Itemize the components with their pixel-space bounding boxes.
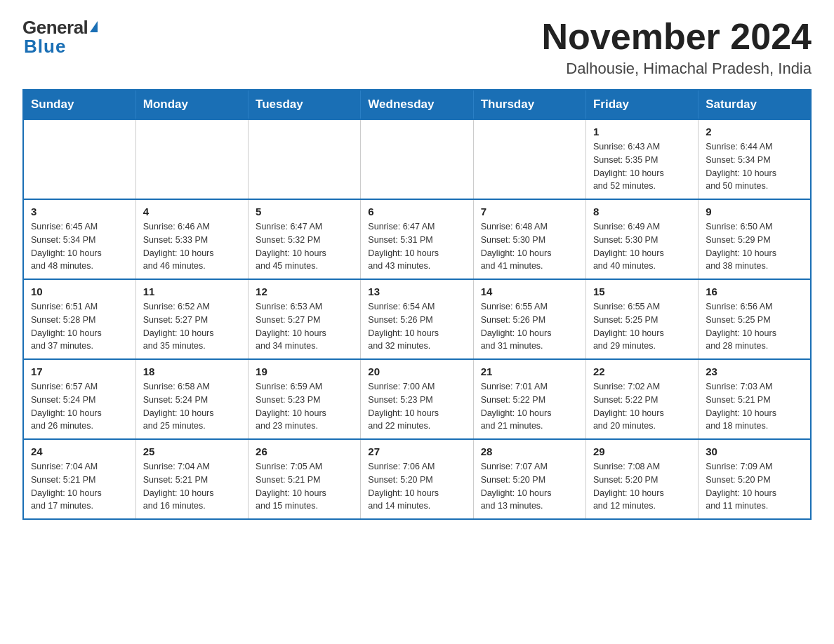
calendar-cell: 16Sunrise: 6:56 AM Sunset: 5:25 PM Dayli… — [699, 279, 811, 359]
day-number: 14 — [481, 286, 578, 297]
header-sunday: Sunday — [23, 90, 135, 119]
calendar-cell: 15Sunrise: 6:55 AM Sunset: 5:25 PM Dayli… — [585, 279, 698, 359]
week-row-4: 17Sunrise: 6:57 AM Sunset: 5:24 PM Dayli… — [23, 359, 811, 439]
week-row-5: 24Sunrise: 7:04 AM Sunset: 5:21 PM Dayli… — [23, 439, 811, 519]
week-row-3: 10Sunrise: 6:51 AM Sunset: 5:28 PM Dayli… — [23, 279, 811, 359]
day-info: Sunrise: 6:55 AM Sunset: 5:25 PM Dayligh… — [593, 300, 691, 353]
day-info: Sunrise: 7:06 AM Sunset: 5:20 PM Dayligh… — [368, 460, 465, 513]
title-area: November 2024 Dalhousie, Himachal Prades… — [542, 17, 812, 78]
day-info: Sunrise: 6:55 AM Sunset: 5:26 PM Dayligh… — [481, 300, 578, 353]
month-year-title: November 2024 — [542, 17, 812, 57]
calendar-table: SundayMondayTuesdayWednesdayThursdayFrid… — [22, 89, 812, 520]
day-info: Sunrise: 6:59 AM Sunset: 5:23 PM Dayligh… — [256, 380, 353, 433]
day-info: Sunrise: 7:03 AM Sunset: 5:21 PM Dayligh… — [706, 380, 803, 433]
calendar-cell: 19Sunrise: 6:59 AM Sunset: 5:23 PM Dayli… — [249, 359, 361, 439]
day-info: Sunrise: 6:46 AM Sunset: 5:33 PM Dayligh… — [143, 220, 241, 273]
day-info: Sunrise: 6:45 AM Sunset: 5:34 PM Dayligh… — [31, 220, 128, 273]
day-number: 30 — [706, 445, 803, 457]
day-number: 2 — [706, 126, 803, 137]
logo-area: General Blue — [22, 17, 98, 58]
day-info: Sunrise: 6:47 AM Sunset: 5:31 PM Dayligh… — [368, 220, 465, 273]
header-wednesday: Wednesday — [361, 90, 473, 119]
day-info: Sunrise: 6:57 AM Sunset: 5:24 PM Dayligh… — [31, 380, 128, 433]
calendar-cell: 13Sunrise: 6:54 AM Sunset: 5:26 PM Dayli… — [361, 279, 473, 359]
day-number: 17 — [31, 365, 128, 377]
day-info: Sunrise: 6:51 AM Sunset: 5:28 PM Dayligh… — [31, 300, 128, 353]
day-number: 25 — [143, 445, 241, 457]
calendar-cell: 7Sunrise: 6:48 AM Sunset: 5:30 PM Daylig… — [473, 199, 585, 279]
calendar-cell: 29Sunrise: 7:08 AM Sunset: 5:20 PM Dayli… — [585, 439, 698, 519]
header-tuesday: Tuesday — [249, 90, 361, 119]
header-monday: Monday — [135, 90, 248, 119]
day-number: 16 — [706, 286, 803, 297]
day-info: Sunrise: 7:04 AM Sunset: 5:21 PM Dayligh… — [31, 460, 128, 513]
day-number: 13 — [368, 286, 465, 297]
logo-triangle-icon — [90, 21, 98, 32]
calendar-cell: 24Sunrise: 7:04 AM Sunset: 5:21 PM Dayli… — [23, 439, 135, 519]
day-number: 12 — [256, 286, 353, 297]
day-number: 19 — [256, 365, 353, 377]
day-info: Sunrise: 7:02 AM Sunset: 5:22 PM Dayligh… — [593, 380, 691, 433]
day-number: 7 — [481, 206, 578, 217]
day-info: Sunrise: 6:56 AM Sunset: 5:25 PM Dayligh… — [706, 300, 803, 353]
calendar-cell: 23Sunrise: 7:03 AM Sunset: 5:21 PM Dayli… — [699, 359, 811, 439]
header-thursday: Thursday — [473, 90, 585, 119]
calendar-cell: 17Sunrise: 6:57 AM Sunset: 5:24 PM Dayli… — [23, 359, 135, 439]
calendar-cell: 21Sunrise: 7:01 AM Sunset: 5:22 PM Dayli… — [473, 359, 585, 439]
calendar-cell: 6Sunrise: 6:47 AM Sunset: 5:31 PM Daylig… — [361, 199, 473, 279]
day-number: 11 — [143, 286, 241, 297]
day-number: 18 — [143, 365, 241, 377]
calendar-cell: 25Sunrise: 7:04 AM Sunset: 5:21 PM Dayli… — [135, 439, 248, 519]
day-info: Sunrise: 7:07 AM Sunset: 5:20 PM Dayligh… — [481, 460, 578, 513]
calendar-cell: 2Sunrise: 6:44 AM Sunset: 5:34 PM Daylig… — [699, 119, 811, 199]
header-saturday: Saturday — [699, 90, 811, 119]
calendar-cell: 11Sunrise: 6:52 AM Sunset: 5:27 PM Dayli… — [135, 279, 248, 359]
day-info: Sunrise: 6:53 AM Sunset: 5:27 PM Dayligh… — [256, 300, 353, 353]
day-info: Sunrise: 7:01 AM Sunset: 5:22 PM Dayligh… — [481, 380, 578, 433]
day-info: Sunrise: 6:52 AM Sunset: 5:27 PM Dayligh… — [143, 300, 241, 353]
day-number: 10 — [31, 286, 128, 297]
day-number: 29 — [593, 445, 691, 457]
calendar-header-row: SundayMondayTuesdayWednesdayThursdayFrid… — [23, 90, 811, 119]
day-info: Sunrise: 6:44 AM Sunset: 5:34 PM Dayligh… — [706, 140, 803, 193]
calendar-cell — [23, 119, 135, 199]
day-number: 26 — [256, 445, 353, 457]
day-info: Sunrise: 7:04 AM Sunset: 5:21 PM Dayligh… — [143, 460, 241, 513]
calendar-cell: 22Sunrise: 7:02 AM Sunset: 5:22 PM Dayli… — [585, 359, 698, 439]
day-info: Sunrise: 6:49 AM Sunset: 5:30 PM Dayligh… — [593, 220, 691, 273]
calendar-cell: 4Sunrise: 6:46 AM Sunset: 5:33 PM Daylig… — [135, 199, 248, 279]
day-info: Sunrise: 6:48 AM Sunset: 5:30 PM Dayligh… — [481, 220, 578, 273]
calendar-cell — [473, 119, 585, 199]
day-number: 23 — [706, 365, 803, 377]
calendar-cell: 14Sunrise: 6:55 AM Sunset: 5:26 PM Dayli… — [473, 279, 585, 359]
calendar-cell — [361, 119, 473, 199]
day-info: Sunrise: 6:47 AM Sunset: 5:32 PM Dayligh… — [256, 220, 353, 273]
calendar-cell: 26Sunrise: 7:05 AM Sunset: 5:21 PM Dayli… — [249, 439, 361, 519]
day-number: 5 — [256, 206, 353, 217]
day-number: 20 — [368, 365, 465, 377]
calendar-cell: 8Sunrise: 6:49 AM Sunset: 5:30 PM Daylig… — [585, 199, 698, 279]
day-info: Sunrise: 7:00 AM Sunset: 5:23 PM Dayligh… — [368, 380, 465, 433]
calendar-cell: 9Sunrise: 6:50 AM Sunset: 5:29 PM Daylig… — [699, 199, 811, 279]
day-number: 3 — [31, 206, 128, 217]
day-number: 9 — [706, 206, 803, 217]
header-area: General Blue November 2024 Dalhousie, Hi… — [22, 17, 812, 78]
calendar-cell — [249, 119, 361, 199]
calendar-cell: 20Sunrise: 7:00 AM Sunset: 5:23 PM Dayli… — [361, 359, 473, 439]
calendar-cell: 5Sunrise: 6:47 AM Sunset: 5:32 PM Daylig… — [249, 199, 361, 279]
day-number: 28 — [481, 445, 578, 457]
day-number: 15 — [593, 286, 691, 297]
calendar-cell: 27Sunrise: 7:06 AM Sunset: 5:20 PM Dayli… — [361, 439, 473, 519]
calendar-cell — [135, 119, 248, 199]
day-number: 24 — [31, 445, 128, 457]
calendar-cell: 12Sunrise: 6:53 AM Sunset: 5:27 PM Dayli… — [249, 279, 361, 359]
day-number: 4 — [143, 206, 241, 217]
calendar-cell: 10Sunrise: 6:51 AM Sunset: 5:28 PM Dayli… — [23, 279, 135, 359]
day-info: Sunrise: 7:09 AM Sunset: 5:20 PM Dayligh… — [706, 460, 803, 513]
calendar-cell: 1Sunrise: 6:43 AM Sunset: 5:35 PM Daylig… — [585, 119, 698, 199]
day-info: Sunrise: 6:58 AM Sunset: 5:24 PM Dayligh… — [143, 380, 241, 433]
calendar-cell: 3Sunrise: 6:45 AM Sunset: 5:34 PM Daylig… — [23, 199, 135, 279]
header-friday: Friday — [585, 90, 698, 119]
day-number: 21 — [481, 365, 578, 377]
calendar-cell: 18Sunrise: 6:58 AM Sunset: 5:24 PM Dayli… — [135, 359, 248, 439]
